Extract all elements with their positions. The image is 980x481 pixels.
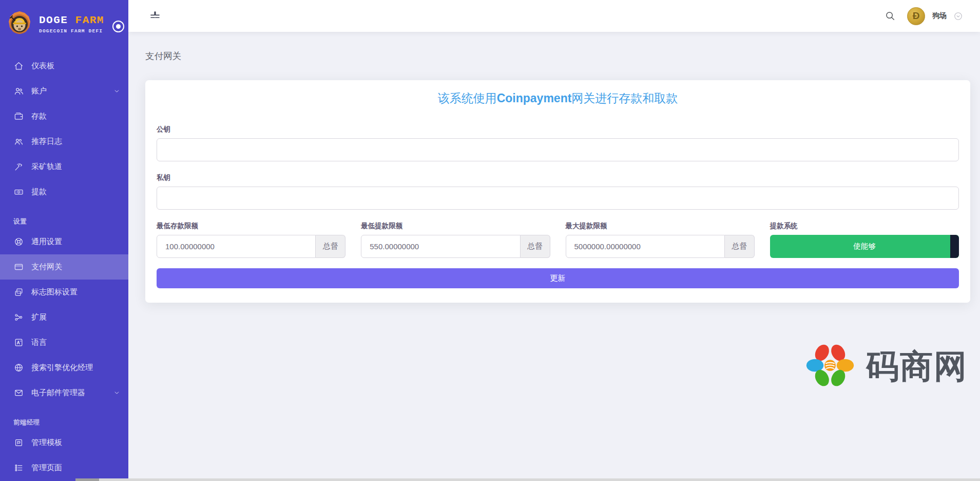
sidebar-item-email-manager[interactable]: 电子邮件管理器 xyxy=(0,380,128,405)
user-menu-chevron-icon[interactable] xyxy=(954,12,963,21)
wallet-icon xyxy=(13,112,24,122)
sidebar-item-seo-manager[interactable]: 搜索引擎优化经理 xyxy=(0,355,128,380)
horizontal-scrollbar[interactable] xyxy=(75,478,980,481)
lifebuoy-icon xyxy=(13,237,24,247)
currency-addon: 总督 xyxy=(521,235,550,258)
topbar-right: Ð 狗场 xyxy=(885,7,963,25)
sidebar-item-accounts[interactable]: 账户 xyxy=(0,79,128,104)
withdraw-system-field: 提款系统 使能够 xyxy=(770,221,959,258)
pickaxe-icon xyxy=(13,162,24,172)
max-withdraw-field: 最大提款限额 总督 xyxy=(566,221,755,258)
min-deposit-field: 最低存款限额 总督 xyxy=(157,221,345,258)
min-deposit-input[interactable] xyxy=(157,235,316,258)
watermark: 码商网 xyxy=(801,337,968,396)
brand-text: DOGE FARM DOGECOIN FARM DEFI xyxy=(39,14,104,34)
currency-addon: 总督 xyxy=(316,235,345,258)
min-withdraw-label: 最低提款限额 xyxy=(361,221,550,231)
sidebar-section-settings: 设置 xyxy=(13,217,128,226)
chevron-down-icon xyxy=(113,390,120,396)
watermark-text: 码商网 xyxy=(866,344,968,389)
share-nodes-icon xyxy=(13,312,24,323)
max-withdraw-label: 最大提款限额 xyxy=(566,221,755,231)
limits-row: 最低存款限额 总督 最低提款限额 总督 xyxy=(157,221,959,258)
public-key-label: 公钥 xyxy=(157,125,959,134)
withdraw-system-toggle[interactable]: 使能够 xyxy=(770,235,959,258)
private-key-input[interactable] xyxy=(157,187,959,210)
content: 支付网关 该系统使用Coinpayment网关进行存款和取款 公钥 私钥 最低存… xyxy=(128,32,980,481)
mail-icon xyxy=(13,388,24,398)
sidebar-item-general-settings[interactable]: 通用设置 xyxy=(0,229,128,254)
app-root: DOGE FARM DOGECOIN FARM DEFI 仪表板 账户 xyxy=(0,0,980,481)
sidebar-item-logo-icon-settings[interactable]: 标志图标设置 xyxy=(0,280,128,305)
list-icon xyxy=(13,463,24,473)
payment-gateway-card: 该系统使用Coinpayment网关进行存款和取款 公钥 私钥 最低存款限额 总… xyxy=(145,80,970,303)
sidebar-pin-toggle[interactable] xyxy=(112,21,124,32)
public-key-field: 公钥 xyxy=(157,125,959,161)
sidebar: DOGE FARM DOGECOIN FARM DEFI 仪表板 账户 xyxy=(0,0,128,481)
sidebar-item-dashboard[interactable]: 仪表板 xyxy=(0,53,128,79)
template-icon xyxy=(13,438,24,448)
toggle-state-label: 使能够 xyxy=(853,242,876,251)
min-withdraw-field: 最低提款限额 总督 xyxy=(361,221,550,258)
sidebar-item-payment-gateway[interactable]: 支付网关 xyxy=(0,254,128,280)
user-avatar[interactable]: Ð xyxy=(907,7,925,25)
flower-logo-icon xyxy=(801,337,859,396)
withdraw-system-label: 提款系统 xyxy=(770,221,959,231)
sidebar-item-language[interactable]: 语言 xyxy=(0,330,128,355)
min-withdraw-input[interactable] xyxy=(361,235,520,258)
gateway-heading: 该系统使用Coinpayment网关进行存款和取款 xyxy=(157,90,959,106)
currency-addon: 总督 xyxy=(725,235,755,258)
main-area: Ð 狗场 支付网关 该系统使用Coinpayment网关进行存款和取款 公钥 私… xyxy=(128,0,980,481)
layers-icon xyxy=(13,287,24,298)
search-icon[interactable] xyxy=(885,10,896,22)
sidebar-item-mining-track[interactable]: 采矿轨道 xyxy=(0,154,128,179)
topbar: Ð 狗场 xyxy=(128,0,980,32)
private-key-label: 私钥 xyxy=(157,173,959,182)
brand-title: DOGE FARM xyxy=(39,14,104,26)
users-icon xyxy=(13,86,24,97)
sidebar-item-manage-pages[interactable]: 管理页面 xyxy=(0,455,128,480)
globe-icon xyxy=(13,363,24,373)
sidebar-item-withdrawals[interactable]: 提款 xyxy=(0,179,128,205)
minimize-icon[interactable] xyxy=(149,10,161,22)
private-key-field: 私钥 xyxy=(157,173,959,210)
scrollbar-thumb[interactable] xyxy=(75,478,99,481)
sidebar-item-extensions[interactable]: 扩展 xyxy=(0,305,128,330)
sidebar-item-deposits[interactable]: 存款 xyxy=(0,104,128,129)
people-icon xyxy=(13,137,24,147)
banknote-icon xyxy=(13,187,24,197)
update-button[interactable]: 更新 xyxy=(157,268,959,288)
chevron-down-icon xyxy=(113,88,120,95)
card-icon xyxy=(13,262,24,272)
brand-subtitle: DOGECOIN FARM DEFI xyxy=(39,28,104,34)
toggle-knob[interactable] xyxy=(950,235,959,258)
page-title: 支付网关 xyxy=(145,50,970,62)
public-key-input[interactable] xyxy=(157,138,959,161)
min-deposit-label: 最低存款限额 xyxy=(157,221,345,231)
sidebar-section-frontend-manager: 前端经理 xyxy=(13,418,128,427)
brand: DOGE FARM DOGECOIN FARM DEFI xyxy=(0,0,128,46)
sidebar-item-manage-templates[interactable]: 管理模板 xyxy=(0,430,128,455)
home-icon xyxy=(13,61,24,71)
doge-logo-icon xyxy=(5,10,34,39)
translate-icon xyxy=(13,338,24,348)
username-label: 狗场 xyxy=(932,11,947,21)
max-withdraw-input[interactable] xyxy=(566,235,725,258)
sidebar-item-referral-log[interactable]: 推荐日志 xyxy=(0,129,128,154)
sidebar-menu: 仪表板 账户 存款 推荐日志 xyxy=(0,46,128,480)
